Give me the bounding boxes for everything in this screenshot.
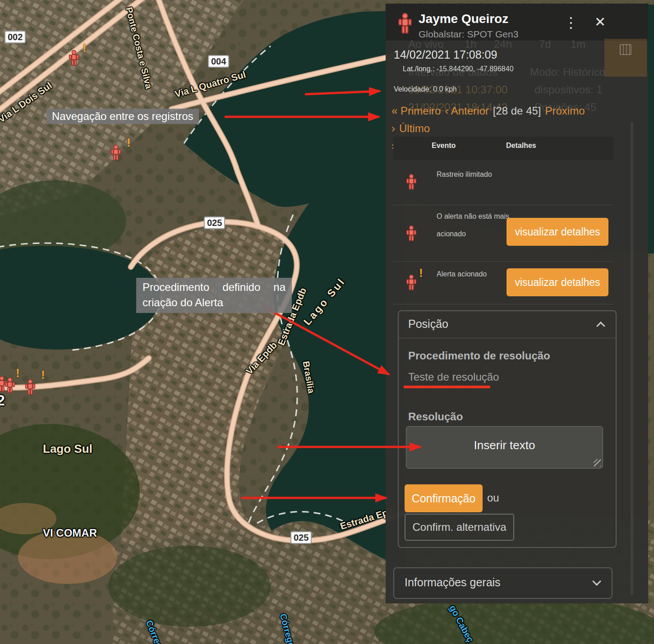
ghost-devices-count: dispositivos: 1 — [534, 83, 603, 96]
alert-exclamation-icon: ! — [41, 369, 45, 381]
device-title: Jayme Queiroz — [419, 12, 508, 26]
alternative-confirm-button[interactable]: Confirm. alternativa — [405, 514, 514, 541]
ghost-mode-label: Modo: Histórico — [530, 66, 605, 78]
nav-prev-link[interactable]: ‹ Anterior — [445, 105, 488, 117]
event-text: Alerta acionado — [437, 265, 516, 283]
procedure-label: Procedimento de resolução — [408, 350, 550, 362]
general-info-title: Informações gerais — [405, 576, 501, 589]
record-latlong: Lat./long.: -15.844290, -47.896840 — [403, 65, 514, 73]
or-text: ou — [487, 492, 499, 504]
tracked-person-marker[interactable] — [5, 377, 15, 394]
record-datetime: 14/02/2021 17:08:09 — [394, 48, 497, 61]
place-label-lago-sul: Lago Sul — [43, 442, 92, 456]
tracked-person-marker[interactable] — [25, 379, 36, 396]
position-section-header[interactable]: Posição — [399, 311, 616, 338]
resolution-textarea[interactable] — [406, 426, 603, 469]
device-subtitle: Globalstar: SPOT Gen3 — [419, 29, 518, 40]
ghost-7d-tab: 7d — [539, 38, 551, 51]
chevron-down-icon — [592, 577, 601, 586]
event-person-icon — [406, 274, 417, 291]
annotation-nav-label: Navegação entre os registros — [46, 109, 199, 124]
close-icon[interactable]: ✕ — [594, 15, 606, 29]
calendar-icon — [620, 44, 631, 55]
view-details-button[interactable]: visualizar detalhes — [507, 268, 608, 296]
record-speed: Velocidade: 0.0 kph — [394, 85, 457, 93]
nav-first-link[interactable]: « Primeiro — [391, 105, 441, 117]
event-person-icon — [406, 225, 417, 242]
column-detalhes: Detalhes — [506, 142, 536, 150]
event-row: O alerta não está mais acionado visualiz… — [393, 205, 613, 262]
app-screenshot: 002 004 025 025 Via L Dois Sul Ponte Cos… — [0, 0, 654, 644]
kebab-menu-icon[interactable]: ⋮ — [564, 15, 578, 30]
road-shield-004: 004 — [208, 55, 229, 68]
latlong-label: Lat./long.: — [403, 65, 434, 73]
road-shield-025-south: 025 — [290, 531, 312, 544]
speed-value: 0.0 kph — [433, 85, 456, 93]
general-info-section[interactable]: Informações gerais — [393, 567, 613, 599]
event-row: ! Alerta acionado visualizar detalhes — [393, 262, 613, 304]
procedure-value: Teste de resolução — [408, 371, 499, 383]
latlong-value: -15.844290, -47.896840 — [437, 65, 514, 73]
alert-exclamation-icon: ! — [419, 267, 423, 279]
alert-exclamation-icon: ! — [127, 137, 131, 148]
panel-scrollbar[interactable] — [631, 122, 633, 595]
resolution-label: Resolução — [408, 410, 463, 423]
events-table-header: Evento Detalhes — [393, 137, 613, 160]
event-person-icon — [406, 174, 417, 190]
event-row: Rastreio ilimitado — [393, 160, 613, 205]
nav-counter: [28 de 45] — [493, 105, 541, 117]
alert-exclamation-icon: ! — [83, 42, 87, 54]
column-evento: Evento — [432, 142, 456, 150]
nav-line-1: « Primeiro‹ Anterior[28 de 45]Próximo ›Ú… — [391, 102, 613, 137]
speed-label: Velocidade: — [394, 85, 431, 93]
position-section-title: Posição — [408, 317, 448, 331]
annotation-procedure-label: Procedimento definido na criação do Aler… — [136, 278, 292, 313]
ghost-calendar-button — [604, 39, 647, 77]
tracked-person-marker[interactable] — [111, 144, 121, 161]
event-text: Rastreio ilimitado — [437, 166, 516, 183]
road-shield-002: 002 — [5, 31, 26, 43]
tracked-person-marker[interactable] — [69, 50, 79, 66]
position-section: Posição Procedimento de resolução Teste … — [398, 310, 617, 548]
nav-last-link[interactable]: Último — [399, 122, 430, 134]
confirm-button[interactable]: Confirmação — [405, 484, 483, 512]
road-shield-025-mid: 025 — [204, 216, 225, 229]
device-person-icon — [398, 13, 412, 34]
ghost-1m-tab: 1m — [571, 38, 585, 51]
marker-count-label: 2 — [0, 391, 5, 409]
chevron-up-icon — [596, 322, 605, 331]
view-details-button[interactable]: visualizar detalhes — [507, 218, 608, 246]
alert-exclamation-icon: ! — [16, 367, 20, 379]
place-label-vi-comar: VI COMAR — [43, 527, 97, 539]
event-text: O alerta não está mais acionado — [437, 207, 516, 243]
